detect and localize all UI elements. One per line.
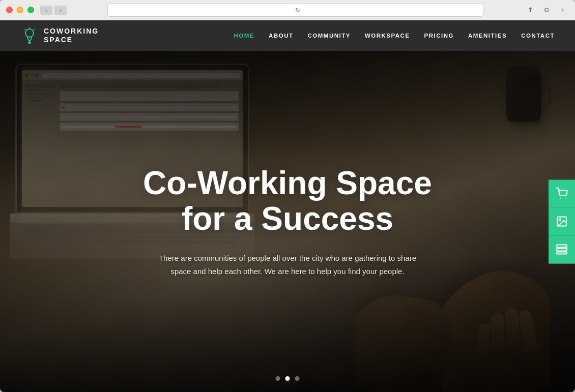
layers-icon — [556, 243, 568, 255]
nav-item-contact[interactable]: CONTACT — [521, 33, 555, 39]
svg-rect-10 — [557, 245, 567, 247]
traffic-lights — [6, 7, 34, 13]
svg-line-4 — [24, 29, 25, 30]
hero-slider-dots[interactable] — [276, 376, 300, 381]
forward-button[interactable]: › — [54, 6, 67, 15]
minimize-button[interactable] — [17, 7, 23, 13]
back-button[interactable]: ‹ — [40, 6, 52, 15]
gallery-button[interactable] — [549, 207, 575, 235]
logo-text: COWORKING SPACE — [44, 27, 99, 44]
dot-3[interactable] — [295, 376, 300, 381]
gallery-icon — [556, 215, 568, 227]
svg-rect-12 — [557, 252, 567, 254]
svg-point-6 — [560, 197, 561, 198]
mac-window: ‹ › ↻ ⬆ ⧉ + — [0, 0, 575, 392]
logo[interactable]: COWORKING SPACE — [20, 26, 99, 45]
sidebar-toggle-icon[interactable]: + — [557, 6, 569, 15]
dot-2[interactable] — [285, 376, 290, 381]
logo-name-bottom: SPACE — [44, 36, 99, 44]
layers-button[interactable] — [549, 235, 575, 263]
svg-point-9 — [559, 219, 561, 220]
logo-icon — [20, 26, 39, 45]
hero-headline-line2: for a Success — [182, 200, 393, 237]
share-icon[interactable]: ⬆ — [524, 6, 536, 15]
url-bar[interactable]: ↻ — [107, 4, 483, 17]
svg-line-5 — [34, 29, 35, 30]
nav-item-pricing[interactable]: PRICING — [424, 33, 454, 39]
fullscreen-button[interactable] — [27, 7, 34, 13]
titlebar-right: ⬆ ⧉ + — [524, 6, 569, 15]
nav-item-amenities[interactable]: AMENITIES — [468, 33, 507, 39]
close-button[interactable] — [6, 7, 13, 13]
nav-item-about[interactable]: ABOUT — [269, 33, 293, 39]
logo-name-top: COWORKING — [44, 27, 99, 36]
cart-button[interactable] — [549, 179, 575, 207]
nav-item-home[interactable]: HOME — [234, 33, 255, 39]
site-nav: HOME ABOUT COMMUNITY WORKSPACE PRICING A… — [234, 33, 555, 39]
nav-item-workspace[interactable]: WORKSPACE — [365, 33, 410, 39]
nav-item-community[interactable]: COMMUNITY — [307, 33, 350, 39]
hero-section: Co-Working Space for a Success There are… — [0, 51, 575, 392]
refresh-icon[interactable]: ↻ — [295, 7, 300, 14]
hero-headline-line1: Co-Working Space — [143, 165, 432, 201]
cart-icon — [556, 187, 568, 199]
hero-headline: Co-Working Space for a Success — [143, 165, 432, 237]
svg-rect-11 — [557, 248, 567, 251]
dot-1[interactable] — [276, 376, 280, 381]
svg-point-7 — [565, 197, 566, 198]
hero-content: Co-Working Space for a Success There are… — [123, 165, 452, 278]
titlebar: ‹ › ↻ ⬆ ⧉ + — [0, 0, 575, 20]
browser-nav-buttons: ‹ › — [40, 6, 67, 15]
website-content: COWORKING SPACE HOME ABOUT COMMUNITY WOR… — [0, 20, 575, 392]
side-toolbar — [549, 179, 575, 263]
svg-point-0 — [25, 29, 34, 37]
site-header: COWORKING SPACE HOME ABOUT COMMUNITY WOR… — [0, 20, 575, 51]
tab-add-icon[interactable]: ⧉ — [540, 6, 553, 15]
hero-subtext: There are communities of people all over… — [150, 252, 425, 278]
